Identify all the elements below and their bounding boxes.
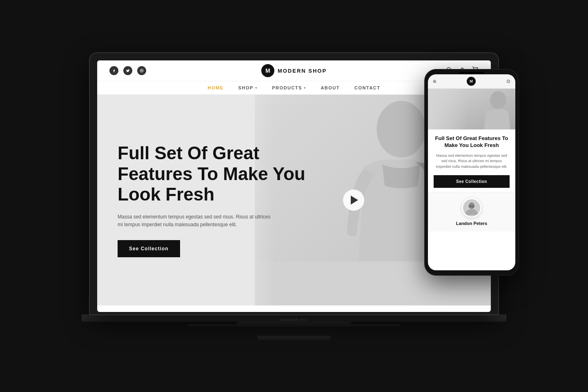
hero-description: Massa sed elementum tempus egestas sed s… <box>118 213 273 229</box>
phone-cta-button[interactable]: See Collection <box>434 175 510 188</box>
facebook-icon[interactable] <box>109 66 118 75</box>
laptop-bezel: M MODERN SHOP <box>90 53 498 314</box>
laptop-foot <box>188 324 400 326</box>
phone-top-bar: ≡ M ⊙ <box>428 74 515 89</box>
logo[interactable]: M MODERN SHOP <box>261 64 327 77</box>
twitter-icon[interactable] <box>123 66 132 75</box>
social-icons <box>109 66 146 75</box>
phone-hero-image <box>428 89 515 129</box>
products-chevron-icon: ▾ <box>304 86 306 90</box>
brand-name: MODERN SHOP <box>278 68 327 74</box>
logo-circle: M <box>261 64 274 77</box>
macbook-label: MacBook Pro <box>281 318 307 322</box>
play-icon <box>351 196 358 205</box>
phone-mockup: ≡ M ⊙ <box>425 69 519 275</box>
svg-point-1 <box>141 70 143 71</box>
phone-menu-icon[interactable]: ≡ <box>433 78 436 85</box>
phone-notification-icon[interactable]: ⊙ <box>506 78 510 84</box>
svg-point-2 <box>143 69 143 70</box>
svg-point-12 <box>490 91 506 109</box>
laptop-chin <box>257 336 331 340</box>
nav-about[interactable]: ABOUT <box>321 85 340 90</box>
laptop-mockup: M MODERN SHOP <box>90 53 498 339</box>
avatar <box>462 198 481 218</box>
phone-content: Full Set Of Great Features To Make You L… <box>428 129 515 192</box>
shop-chevron-icon: ▾ <box>255 86 258 90</box>
person-name: Landon Peters <box>456 221 487 226</box>
phone-logo-circle: M <box>467 77 476 86</box>
hero-title: Full Set Of Great Features To Make You L… <box>118 143 314 205</box>
phone-description: Massa sed elementum tempus egestas sed s… <box>434 153 510 170</box>
laptop-base: MacBook Pro <box>82 314 506 322</box>
nav-shop[interactable]: SHOP ▾ <box>238 85 258 90</box>
play-button[interactable] <box>343 189 364 211</box>
nav-home[interactable]: HOME <box>208 85 224 90</box>
instagram-icon[interactable] <box>137 66 146 75</box>
phone-bottom-section: Landon Peters <box>428 192 515 232</box>
nav-contact[interactable]: CONTACT <box>354 85 380 90</box>
phone-screen: ≡ M ⊙ <box>428 74 515 270</box>
nav-products[interactable]: PRODUCTS ▾ <box>272 85 306 90</box>
phone-bezel: ≡ M ⊙ <box>425 69 519 275</box>
hero-cta-button[interactable]: See Collection <box>118 240 180 257</box>
phone-title: Full Set Of Great Features To Make You L… <box>434 135 510 149</box>
svg-rect-13 <box>428 89 468 129</box>
